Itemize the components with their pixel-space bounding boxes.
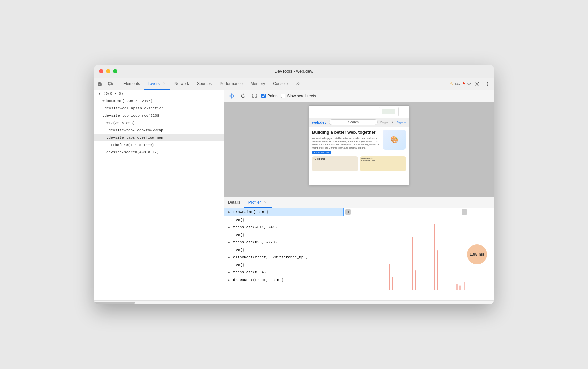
svg-rect-6 [101,82,102,83]
warnings-badge[interactable]: ⚠ 147 [449,81,460,86]
warning-icon: ⚠ [449,81,453,86]
close-button[interactable] [99,69,103,73]
timeline-bar-9 [464,282,465,290]
layer-root[interactable]: ▼ #6(0 × 0) [94,90,224,97]
layer-before[interactable]: ::before(424 × 1000) [94,141,224,149]
timeline-bar-3 [412,237,413,290]
main-area: ▼ #6(0 × 0) #document(2208 × 12197) .dev… [94,90,494,300]
svg-rect-8 [101,85,102,86]
svg-rect-2 [98,85,99,86]
layer-devsite-top-logo[interactable]: .devsite-top-logo-row(2208 [94,112,224,119]
profiler-item-save4[interactable]: save() [224,261,344,269]
profiler-item-save2[interactable]: save() [224,231,344,239]
timeline-bar-2 [392,277,393,290]
svg-point-16 [487,85,488,86]
pan-tool[interactable] [227,92,236,100]
svg-rect-10 [112,83,113,85]
profiler-item-translate2[interactable]: ▶ translate(833, -723) [224,239,344,246]
timeline-canvas[interactable]: ⏸ ⏸ [344,208,494,300]
preview-illustration: 🎨 [383,130,406,150]
devtools-toolbar: Elements Layers ✕ Network Sources Perfor… [94,78,494,90]
fit-tool[interactable] [250,92,259,100]
svg-rect-7 [101,83,102,84]
preview-content: Building a better web, together We want … [309,127,409,174]
preview-cta: About web.dev [312,151,331,154]
preview-card-2: INP is now aCore Web Vital [360,156,406,171]
layer-devsite-tabs[interactable]: .devsite-tabs-overflow-men [94,134,224,141]
layer-devsite-top-logo-wrap[interactable]: .devsite-top-logo-row-wrap [94,127,224,134]
slow-scroll-checkbox-label[interactable]: Slow scroll rects [281,94,316,98]
tab-layers[interactable]: Layers ✕ [144,78,170,90]
svg-point-14 [487,82,488,83]
settings-button[interactable] [472,79,482,89]
tab-profiler-close[interactable]: ✕ [263,200,268,205]
bottom-scrollbar[interactable] [94,300,494,304]
timeline-bar-5 [434,224,435,290]
tab-overflow[interactable]: >> [292,78,304,90]
profiler-panel: Details Profiler ✕ ▶ drawPaint(paint) [224,197,494,300]
layer-document[interactable]: #document(2208 × 12197) [94,97,224,105]
layer-hash17[interactable]: #17(30 × 808) [94,119,224,127]
title-bar: DevTools - web.dev/ [94,65,494,78]
slow-scroll-checkbox[interactable] [281,94,285,98]
profiler-tabs: Details Profiler ✕ [224,197,494,208]
preview-card-1: 🤸 Figures [312,156,358,171]
minimize-button[interactable] [106,69,110,73]
timeline-bar-7 [456,284,458,290]
svg-rect-1 [98,83,99,84]
tab-details[interactable]: Details [224,197,244,208]
tab-list: Elements Layers ✕ Network Sources Perfor… [119,78,447,90]
profiler-item-save3[interactable]: save() [224,246,344,254]
preview-title: Building a better web, together [312,130,380,135]
device-icon[interactable] [106,79,115,89]
profiler-item-drawrrect[interactable]: ▶ drawRRect(rrect, paint) [224,276,344,284]
toolbar-icons [96,78,118,90]
svg-rect-5 [100,85,101,86]
timeline-bar-6 [437,250,438,290]
paints-checkbox-label[interactable]: Paints [261,94,278,98]
timeline-marker-left [348,208,348,300]
bottom-scrollbar-thumb[interactable] [95,302,135,304]
svg-point-13 [476,83,478,85]
devtools-window: DevTools - web.dev/ [94,65,494,304]
profiler-item-save1[interactable]: save() [224,216,344,224]
svg-rect-0 [98,82,99,83]
more-options-button[interactable] [483,79,492,89]
right-panel: Paints Slow scroll rects web.dev [224,90,494,300]
timeline-pause-right[interactable]: ⏸ [462,209,467,215]
svg-rect-3 [100,82,101,83]
errors-badge[interactable]: ⚑ 52 [462,81,471,86]
timeline-area: ⏸ ⏸ [344,208,494,300]
layers-panel: ▼ #6(0 × 0) #document(2208 × 12197) .dev… [94,90,224,300]
inspect-icon[interactable] [96,79,105,89]
layer-devsite-search[interactable]: devsite-search(400 × 72) [94,149,224,156]
layer-devsite-collapsible[interactable]: .devsite-collapsible-section [94,105,224,112]
ms-badge: 1.98 ms [467,244,487,264]
tab-console[interactable]: Console [269,78,292,90]
viewport: web.dev Search English ▼ Sign In Buildin… [224,102,494,197]
profiler-content: ▶ drawPaint(paint) save() ▶ translate(-8… [224,208,494,300]
paints-checkbox[interactable] [261,94,266,98]
profiler-item-drawpaint[interactable]: ▶ drawPaint(paint) [224,208,344,216]
profiler-item-translate1[interactable]: ▶ translate(-811, 741) [224,224,344,231]
maximize-button[interactable] [113,69,117,73]
tab-layers-close[interactable]: ✕ [162,81,166,86]
tab-elements[interactable]: Elements [119,78,144,90]
tab-sources[interactable]: Sources [193,78,216,90]
profiler-item-translate3[interactable]: ▶ translate(0, 4) [224,269,344,276]
tab-profiler[interactable]: Profiler ✕ [244,197,272,208]
tab-performance[interactable]: Performance [216,78,247,90]
traffic-lights [99,69,117,73]
window-title: DevTools - web.dev/ [274,69,313,74]
layers-toolbar: Paints Slow scroll rects [224,90,494,102]
tab-memory[interactable]: Memory [247,78,269,90]
preview-cards: 🤸 Figures INP is now aCore Web Vital [312,156,406,171]
rotate-tool[interactable] [239,92,247,100]
tab-network[interactable]: Network [170,78,193,90]
svg-rect-4 [100,83,101,84]
timeline-bar-8 [459,285,461,290]
error-icon: ⚑ [462,81,466,86]
svg-rect-9 [108,82,111,85]
profiler-item-cliprrect[interactable]: ▶ clipRRect(rrect, "kDifference_Op", [224,254,344,261]
timeline-bar-4 [415,270,416,290]
